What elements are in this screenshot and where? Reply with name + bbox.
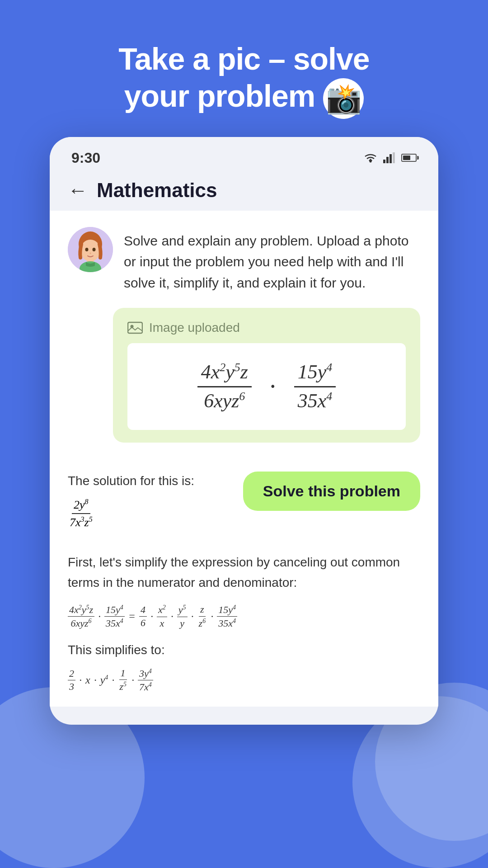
simp-dot-4: · bbox=[131, 674, 134, 686]
phone-mockup: 9:30 ← Mathematics bbox=[50, 137, 438, 725]
solution-fraction: 2y8 7x3z5 bbox=[68, 498, 234, 529]
step-frac-3-den: 6 bbox=[139, 617, 147, 628]
svg-rect-2 bbox=[386, 157, 389, 163]
image-icon bbox=[127, 321, 143, 335]
step-dot-2: · bbox=[150, 610, 153, 623]
image-bubble-header: Image uploaded bbox=[127, 321, 406, 335]
solution-label: The solution for this is: bbox=[68, 472, 234, 491]
svg-point-10 bbox=[93, 248, 96, 251]
simp-frac-1-num: 2 bbox=[68, 668, 75, 680]
svg-rect-3 bbox=[389, 154, 392, 163]
simp-frac-1: 2 3 bbox=[68, 668, 75, 692]
status-icons bbox=[363, 152, 417, 163]
step-dot-1: · bbox=[98, 610, 101, 623]
image-bubble: Image uploaded 4x2y5z 6xyz6 · 15y4 35x4 bbox=[113, 308, 420, 443]
step-frac-3-num: 4 bbox=[139, 604, 147, 617]
chat-area: Solve and explain any problem. Upload a … bbox=[50, 211, 438, 472]
page-header: Take a pic – solve your problem 📸 bbox=[0, 0, 488, 137]
solution-frac: 2y8 7x3z5 bbox=[68, 498, 94, 529]
simp-dot-3: · bbox=[112, 674, 114, 686]
step-frac-2-den: 35x4 bbox=[104, 617, 125, 629]
step-frac-7: 15y4 35x4 bbox=[217, 604, 237, 629]
simp-frac-2-den: z5 bbox=[118, 680, 128, 693]
solution-text-block: The solution for this is: 2y8 7x3z5 bbox=[68, 472, 234, 542]
step-frac-2-num: 15y4 bbox=[104, 604, 125, 617]
fraction-2: 15y4 35x4 bbox=[294, 361, 336, 412]
simplifies-label: This simplifies to: bbox=[68, 640, 420, 660]
simplifies-expression: 2 3 · x · y4 · 1 z5 · 3y4 7x4 bbox=[68, 668, 420, 693]
step-dot-5: · bbox=[211, 610, 213, 623]
step-frac-4: x2 x bbox=[157, 604, 167, 629]
nav-bar: ← Mathematics bbox=[50, 174, 438, 211]
bot-message-text: Solve and explain any problem. Upload a … bbox=[124, 227, 420, 294]
step-frac-7-den: 35x4 bbox=[217, 617, 237, 629]
simp-frac-3-den: 7x4 bbox=[138, 680, 153, 693]
image-uploaded-label: Image uploaded bbox=[149, 321, 240, 335]
fraction-1-num: 4x2y5z bbox=[197, 361, 252, 387]
header-line2: your problem bbox=[124, 79, 315, 113]
step-frac-3: 4 6 bbox=[139, 604, 147, 628]
explanation-text: First, let's simplify the expression by … bbox=[68, 552, 420, 593]
fraction-2-den: 35x4 bbox=[294, 387, 336, 412]
simp-frac-1-den: 3 bbox=[68, 680, 75, 692]
solution-frac-den: 7x3z5 bbox=[68, 514, 94, 529]
svg-point-0 bbox=[370, 160, 372, 163]
equals-sign: = bbox=[128, 610, 136, 623]
battery-icon bbox=[401, 154, 417, 162]
fraction-1: 4x2y5z 6xyz6 bbox=[197, 361, 252, 412]
step-frac-1: 4x2y5z 6xyz6 bbox=[68, 604, 94, 629]
fraction-2-num: 15y4 bbox=[294, 361, 336, 387]
step-frac-1-num: 4x2y5z bbox=[68, 604, 94, 617]
simp-y4: y4 bbox=[100, 674, 108, 686]
step-frac-5: y5 y bbox=[177, 604, 188, 629]
camera-emoji-icon: 📸 bbox=[323, 78, 364, 119]
battery-fill bbox=[403, 156, 410, 160]
simp-frac-2: 1 z5 bbox=[118, 668, 128, 693]
math-image-box: 4x2y5z 6xyz6 · 15y4 35x4 bbox=[127, 343, 406, 430]
bot-message-row: Solve and explain any problem. Upload a … bbox=[68, 227, 420, 294]
step-frac-6-den: z6 bbox=[197, 617, 207, 629]
svg-rect-4 bbox=[393, 152, 395, 163]
step-frac-5-den: y bbox=[178, 617, 186, 629]
header-line1: Take a pic – solve bbox=[118, 42, 369, 76]
step-expression: 4x2y5z 6xyz6 · 15y4 35x4 = 4 6 · x2 x · … bbox=[68, 604, 420, 629]
step-frac-6-num: z bbox=[199, 604, 206, 616]
solve-this-problem-button[interactable]: Solve this problem bbox=[243, 472, 420, 511]
step-frac-1-den: 6xyz6 bbox=[70, 617, 93, 629]
simp-dot-1: · bbox=[79, 674, 82, 686]
status-time: 9:30 bbox=[71, 150, 100, 166]
svg-point-9 bbox=[85, 248, 89, 251]
simp-frac-3: 3y4 7x4 bbox=[138, 668, 153, 693]
solve-bubble-row: Solve this problem bbox=[243, 472, 420, 511]
solution-frac-num: 2y8 bbox=[72, 498, 90, 514]
nav-title: Mathematics bbox=[97, 179, 217, 202]
signal-icon bbox=[383, 152, 396, 163]
fraction-1-den: 6xyz6 bbox=[200, 387, 249, 412]
simp-frac-3-num: 3y4 bbox=[138, 668, 153, 681]
simp-dot-2: · bbox=[94, 674, 97, 686]
back-button[interactable]: ← bbox=[68, 179, 88, 202]
avatar-image bbox=[68, 227, 113, 272]
step-frac-4-den: x bbox=[159, 617, 166, 629]
simp-x: x bbox=[85, 674, 90, 686]
math-expression-main: 4x2y5z 6xyz6 · 15y4 35x4 bbox=[136, 361, 397, 412]
svg-rect-12 bbox=[128, 322, 142, 333]
step-frac-6: z z6 bbox=[197, 604, 207, 629]
step-frac-5-num: y5 bbox=[177, 604, 188, 617]
simp-frac-2-num: 1 bbox=[119, 668, 127, 680]
step-dot-4: · bbox=[191, 610, 194, 623]
step-frac-2: 15y4 35x4 bbox=[104, 604, 125, 629]
svg-rect-1 bbox=[383, 160, 385, 163]
status-bar: 9:30 bbox=[50, 137, 438, 174]
avatar bbox=[68, 227, 113, 272]
wifi-icon bbox=[363, 152, 378, 163]
multiply-dot: · bbox=[270, 372, 276, 401]
solution-area: The solution for this is: 2y8 7x3z5 Solv… bbox=[50, 472, 438, 707]
step-frac-7-num: 15y4 bbox=[217, 604, 237, 617]
step-dot-3: · bbox=[171, 610, 174, 623]
step-frac-4-num: x2 bbox=[157, 604, 167, 617]
svg-point-8 bbox=[80, 240, 100, 261]
